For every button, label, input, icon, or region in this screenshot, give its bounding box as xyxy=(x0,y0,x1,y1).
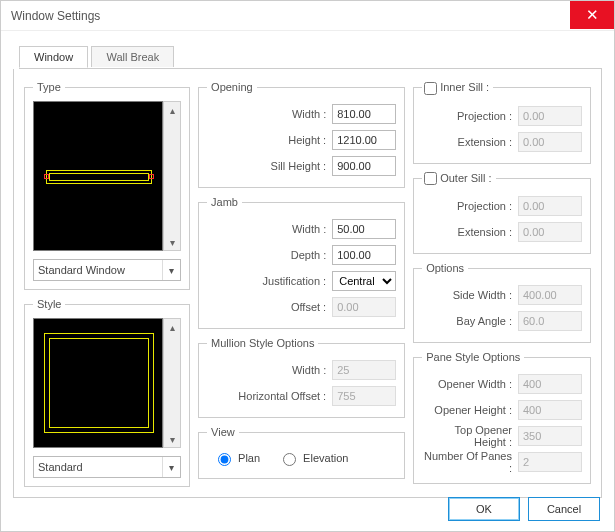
window-title: Window Settings xyxy=(11,9,100,23)
opener-height-label: Opener Height : xyxy=(422,404,518,416)
style-group: Style ▴ ▾ Standard ▾ xyxy=(24,298,190,487)
options-legend: Options xyxy=(422,262,468,274)
jamb-just-label: Justification : xyxy=(207,275,332,287)
opener-width-label: Opener Width : xyxy=(422,378,518,390)
pane-group: Pane Style Options Opener Width : Opener… xyxy=(413,351,591,484)
opening-group: Opening Width : Height : Sill Height : xyxy=(198,81,405,188)
view-plan-radio[interactable]: Plan xyxy=(213,450,260,466)
view-elevation-radio[interactable]: Elevation xyxy=(278,450,348,466)
cancel-button[interactable]: Cancel xyxy=(528,497,600,521)
style-select[interactable]: Standard ▾ xyxy=(33,456,181,478)
opening-width-input[interactable] xyxy=(332,104,396,124)
chevron-down-icon: ▾ xyxy=(162,260,180,280)
top-opener-height-input xyxy=(518,426,582,446)
style-scrollbar[interactable]: ▴ ▾ xyxy=(163,318,181,448)
ok-button[interactable]: OK xyxy=(448,497,520,521)
opening-sill-input[interactable] xyxy=(332,156,396,176)
inner-sill-ext-label: Extension : xyxy=(422,136,518,148)
outer-sill-ext-label: Extension : xyxy=(422,226,518,238)
tab-window[interactable]: Window xyxy=(19,46,88,68)
mullion-width-input xyxy=(332,360,396,380)
outer-sill-proj-label: Projection : xyxy=(422,200,518,212)
view-legend: View xyxy=(207,426,239,438)
opener-width-input xyxy=(518,374,582,394)
view-group: View Plan Elevation xyxy=(198,426,405,479)
bay-angle-input xyxy=(518,311,582,331)
mullion-hoff-label: Horizontal Offset : xyxy=(207,390,332,402)
footer-buttons: OK Cancel xyxy=(448,497,600,521)
tab-panel: Type ▴ ▾ Standard Window xyxy=(13,69,602,498)
jamb-depth-label: Depth : xyxy=(207,249,332,261)
jamb-width-input[interactable] xyxy=(332,219,396,239)
pane-legend: Pane Style Options xyxy=(422,351,524,363)
inner-sill-proj-input xyxy=(518,106,582,126)
opening-height-label: Height : xyxy=(207,134,332,146)
tabs: Window Wall Break xyxy=(19,45,602,69)
style-preview[interactable] xyxy=(33,318,163,448)
type-group: Type ▴ ▾ Standard Window xyxy=(24,81,190,290)
jamb-width-label: Width : xyxy=(207,223,332,235)
scroll-down-icon[interactable]: ▾ xyxy=(164,234,180,250)
side-width-label: Side Width : xyxy=(422,289,518,301)
tab-wall-break[interactable]: Wall Break xyxy=(91,46,174,67)
options-group: Options Side Width : Bay Angle : xyxy=(413,262,591,343)
inner-sill-legend[interactable]: Inner Sill : xyxy=(422,81,493,95)
outer-sill-legend[interactable]: Outer Sill : xyxy=(422,172,495,186)
outer-sill-check[interactable] xyxy=(424,172,437,185)
inner-sill-proj-label: Projection : xyxy=(422,110,518,122)
mullion-hoff-input xyxy=(332,386,396,406)
type-select[interactable]: Standard Window ▾ xyxy=(33,259,181,281)
outer-sill-proj-input xyxy=(518,196,582,216)
opening-sill-label: Sill Height : xyxy=(207,160,332,172)
jamb-depth-input[interactable] xyxy=(332,245,396,265)
opening-width-label: Width : xyxy=(207,108,332,120)
type-preview[interactable] xyxy=(33,101,163,251)
num-panes-input xyxy=(518,452,582,472)
opening-height-input[interactable] xyxy=(332,130,396,150)
jamb-offset-input xyxy=(332,297,396,317)
style-select-value: Standard xyxy=(38,461,83,473)
chevron-down-icon: ▾ xyxy=(162,457,180,477)
scroll-up-icon[interactable]: ▴ xyxy=(164,319,180,335)
opening-legend: Opening xyxy=(207,81,257,93)
scroll-up-icon[interactable]: ▴ xyxy=(164,102,180,118)
opener-height-input xyxy=(518,400,582,420)
type-select-value: Standard Window xyxy=(38,264,125,276)
close-icon: ✕ xyxy=(586,6,599,24)
num-panes-label: Number Of Panes : xyxy=(422,450,518,474)
scroll-down-icon[interactable]: ▾ xyxy=(164,431,180,447)
bay-angle-label: Bay Angle : xyxy=(422,315,518,327)
jamb-legend: Jamb xyxy=(207,196,242,208)
mullion-legend: Mullion Style Options xyxy=(207,337,318,349)
inner-sill-check[interactable] xyxy=(424,82,437,95)
side-width-input xyxy=(518,285,582,305)
top-opener-height-label: Top Opener Height : xyxy=(422,424,518,448)
outer-sill-group: Outer Sill : Projection : Extension : xyxy=(413,172,591,255)
close-button[interactable]: ✕ xyxy=(570,1,614,29)
jamb-group: Jamb Width : Depth : Justification :Cent… xyxy=(198,196,405,329)
inner-sill-ext-input xyxy=(518,132,582,152)
inner-sill-group: Inner Sill : Projection : Extension : xyxy=(413,81,591,164)
mullion-width-label: Width : xyxy=(207,364,332,376)
jamb-offset-label: Offset : xyxy=(207,301,332,313)
outer-sill-ext-input xyxy=(518,222,582,242)
style-legend: Style xyxy=(33,298,65,310)
type-legend: Type xyxy=(33,81,65,93)
mullion-group: Mullion Style Options Width : Horizontal… xyxy=(198,337,405,418)
jamb-just-select[interactable]: Central xyxy=(332,271,396,291)
type-scrollbar[interactable]: ▴ ▾ xyxy=(163,101,181,251)
titlebar: Window Settings ✕ xyxy=(1,1,614,31)
